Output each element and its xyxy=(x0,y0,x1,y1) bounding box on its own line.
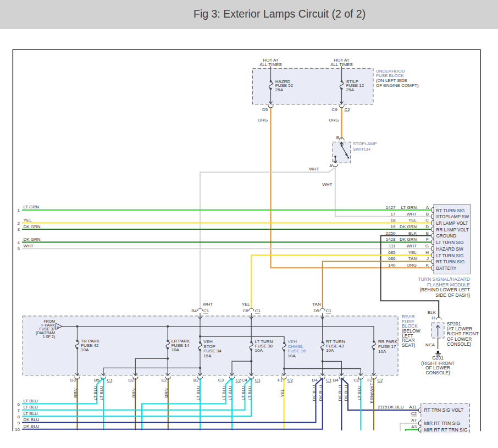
svg-text:BRN: BRN xyxy=(73,388,78,397)
svg-text:ORG: ORG xyxy=(329,118,339,123)
svg-text:A3: A3 xyxy=(411,424,417,429)
svg-text:19: 19 xyxy=(391,224,396,229)
svg-text:DK BLU: DK BLU xyxy=(388,405,404,410)
svg-text:F: F xyxy=(426,237,429,242)
svg-text:1 0F 2): 1 0F 2) xyxy=(43,335,55,339)
svg-text:YEL: YEL xyxy=(408,250,417,255)
svg-text:MIR RT RT TRN SIG: MIR RT RT TRN SIG xyxy=(424,427,468,433)
svg-text:YEL: YEL xyxy=(280,389,285,397)
svg-text:A: A xyxy=(426,205,429,210)
svg-text:685: 685 xyxy=(388,250,396,255)
svg-text:10: 10 xyxy=(15,427,20,432)
svg-text:DK BLU: DK BLU xyxy=(337,385,342,401)
svg-text:B5: B5 xyxy=(94,378,99,383)
svg-text:DK BLU: DK BLU xyxy=(344,385,348,401)
svg-text:LT BLU: LT BLU xyxy=(24,411,38,416)
svg-text:C2: C2 xyxy=(287,378,294,383)
svg-text:6: 6 xyxy=(18,402,20,407)
svg-text:10A: 10A xyxy=(81,347,89,352)
svg-text:BRN: BRN xyxy=(131,388,136,397)
svg-text:ORG: ORG xyxy=(258,118,268,123)
svg-text:LT BLU: LT BLU xyxy=(357,386,362,401)
svg-text:C3: C3 xyxy=(218,378,224,383)
svg-text:(BEHIND LOWER LEFT: (BEHIND LOWER LEFT xyxy=(419,287,470,292)
svg-text:BRN: BRN xyxy=(164,388,169,397)
svg-text:C5: C5 xyxy=(242,308,248,313)
svg-text:C2: C2 xyxy=(354,378,360,383)
svg-text:1428: 1428 xyxy=(386,237,396,242)
svg-text:WHT: WHT xyxy=(407,212,417,217)
svg-text:TAN: TAN xyxy=(312,302,321,307)
svg-text:HAZARD SW: HAZARD SW xyxy=(436,247,463,252)
svg-text:D4: D4 xyxy=(312,378,318,383)
svg-text:2115: 2115 xyxy=(378,405,388,410)
svg-text:LR LAMP VOLT: LR LAMP VOLT xyxy=(436,221,468,226)
svg-text:25A: 25A xyxy=(346,87,355,92)
svg-text:1427: 1427 xyxy=(386,205,396,210)
svg-text:LT BLU: LT BLU xyxy=(24,399,38,403)
svg-text:E2: E2 xyxy=(162,378,167,383)
svg-text:C2: C2 xyxy=(345,107,351,112)
svg-text:C: C xyxy=(425,218,429,223)
svg-text:FUSE 17: FUSE 17 xyxy=(378,344,396,349)
svg-text:DK GRN: DK GRN xyxy=(24,224,41,229)
svg-text:F2: F2 xyxy=(367,378,373,383)
svg-text:Fig 3: Exterior Lamps Circuit: Fig 3: Exterior Lamps Circuit (2 of 2) xyxy=(193,8,366,20)
svg-text:2250: 2250 xyxy=(386,231,396,236)
svg-text:WHT: WHT xyxy=(24,244,34,248)
svg-text:5: 5 xyxy=(18,246,20,251)
svg-text:WHT: WHT xyxy=(407,244,417,248)
svg-text:DK BLU: DK BLU xyxy=(24,417,40,422)
svg-text:7: 7 xyxy=(18,408,20,413)
svg-text:C1: C1 xyxy=(107,378,113,383)
svg-text:STOPLAMP SW: STOPLAMP SW xyxy=(436,214,469,219)
svg-text:G: G xyxy=(425,244,429,248)
svg-text:LT TURN SIG: LT TURN SIG xyxy=(436,253,464,258)
svg-text:HOT AT: HOT AT xyxy=(263,58,278,63)
svg-text:SWITCH: SWITCH xyxy=(353,147,370,152)
svg-text:LT BLU: LT BLU xyxy=(228,386,233,401)
svg-text:LT GRN: LT GRN xyxy=(401,205,417,210)
svg-text:E: E xyxy=(426,231,429,236)
svg-text:C2: C2 xyxy=(236,378,242,383)
svg-text:A: A xyxy=(329,163,333,168)
svg-text:K: K xyxy=(426,263,429,268)
svg-text:OF ENGINE COMPT): OF ENGINE COMPT) xyxy=(376,83,419,88)
svg-text:BLK: BLK xyxy=(428,310,436,315)
svg-text:TAN: TAN xyxy=(408,256,417,261)
svg-text:9: 9 xyxy=(18,421,20,425)
svg-text:BATTERY: BATTERY xyxy=(436,266,457,271)
svg-text:10A: 10A xyxy=(171,347,180,352)
svg-text:STOPLAMP: STOPLAMP xyxy=(353,141,377,146)
svg-text:F1: F1 xyxy=(278,378,283,383)
svg-text:H: H xyxy=(425,250,429,255)
svg-text:YEL: YEL xyxy=(408,218,417,223)
svg-text:LT BLU: LT BLU xyxy=(99,386,104,401)
svg-text:A7: A7 xyxy=(411,418,417,423)
svg-text:ORG: ORG xyxy=(407,263,417,268)
svg-text:3: 3 xyxy=(18,227,20,232)
svg-text:17: 17 xyxy=(391,212,396,217)
svg-text:SEAT): SEAT) xyxy=(402,342,416,348)
svg-text:C1: C1 xyxy=(255,308,261,313)
svg-text:10A: 10A xyxy=(378,349,386,354)
svg-text:B4: B4 xyxy=(191,308,197,313)
svg-text:B4: B4 xyxy=(333,378,339,383)
svg-text:RT TURN SIG: RT TURN SIG xyxy=(436,208,465,213)
svg-text:D5: D5 xyxy=(313,308,319,313)
svg-text:RT TURN SIG: RT TURN SIG xyxy=(436,259,465,264)
svg-text:C2: C2 xyxy=(411,411,417,416)
svg-text:LT BLU: LT BLU xyxy=(247,386,252,401)
svg-text:DK GRN: DK GRN xyxy=(400,237,417,242)
svg-text:10A: 10A xyxy=(255,348,263,353)
svg-text:B: B xyxy=(426,212,429,217)
svg-text:SIDE OF DASH): SIDE OF DASH) xyxy=(435,292,470,298)
svg-text:C1: C1 xyxy=(326,308,332,313)
svg-text:H: H xyxy=(431,316,435,320)
svg-text:ALL TIMES: ALL TIMES xyxy=(259,62,281,67)
svg-text:10A: 10A xyxy=(288,353,296,358)
svg-text:RR LAMP VOLT: RR LAMP VOLT xyxy=(436,228,469,233)
svg-text:D3: D3 xyxy=(70,378,76,383)
svg-text:BLK: BLK xyxy=(408,231,417,236)
svg-text:DK GRN: DK GRN xyxy=(400,224,417,229)
